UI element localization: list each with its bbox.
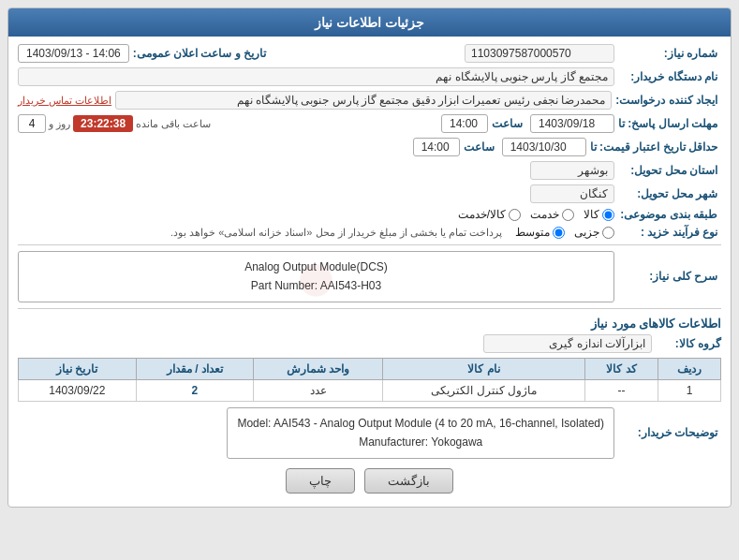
purchase-type-label: نوع فرآیند خزید : [618,226,721,239]
goods-group-label: گروه کالا: [656,337,721,350]
delivery-city-label: شهر محل تحویل: [618,187,721,200]
row-buyer: نام دستگاه خریدار: مجتمع گاز پارس جنوبی … [18,67,721,86]
card-body: شماره نیاز: 1103097587000570 تاریخ و ساع… [8,37,731,507]
back-button[interactable]: بازگشت [364,468,453,494]
category-goods-label: کالا [584,208,599,221]
cell-quantity: 2 [136,379,253,401]
row-category: طبقه بندی موضوعی: کالا خدمت کالا/خدمت [18,208,721,221]
row-province: استان محل تحویل: بوشهر [18,161,721,180]
cell-row: 1 [658,379,720,401]
category-label: طبقه بندی موضوعی: [618,208,721,221]
delivery-province-label: استان محل تحویل: [618,164,721,177]
remaining-time: 23:22:38 [73,115,133,132]
col-quantity: تعداد / مقدار [136,358,253,379]
delivery-city-value: کنگان [530,184,614,203]
main-card: جزئیات اطلاعات نیاز شماره نیاز: 11030975… [7,7,732,508]
table-header-row: ردیف کد کالا نام کالا واحد شمارش تعداد /… [19,358,721,379]
need-description-box: ● Analog Output Module(DCS)Part Number: … [18,251,614,302]
deadline-time-label: ساعت [492,117,526,130]
category-radio-group: کالا خدمت کالا/خدمت [458,208,614,221]
delivery-province-value: بوشهر [530,161,614,180]
category-goods-service-label: کالا/خدمت [458,208,506,221]
purchase-type-radio-partial[interactable] [602,227,614,239]
row-validity: حداقل تاریخ اعتبار قیمت: تا 1403/10/30 س… [18,138,721,156]
page-header: جزئیات اطلاعات نیاز [8,8,731,37]
page-title: جزئیات اطلاعات نیاز [315,15,424,30]
purchase-type-radio-group: جزیی متوسط [515,226,614,239]
goods-group-value: ابزارآلات اندازه گیری [483,334,652,353]
validity-label: حداقل تاریخ اعتبار قیمت: تا [590,140,721,154]
validity-time-label: ساعت [464,140,498,154]
datetime-value: 1403/09/13 - 14:06 [18,44,129,63]
row-need-number: شماره نیاز: 1103097587000570 تاریخ و ساع… [18,44,721,63]
need-number-value: 1103097587000570 [465,44,614,63]
goods-info-title: اطلاعات کالاهای مورد نیاز [18,317,721,331]
purchase-type-partial[interactable]: جزیی [574,226,614,239]
deadline-label: مهلت ارسال پاسخ: تا [618,117,721,130]
validity-date: 1403/10/30 [502,138,586,156]
purchase-type-partial-label: جزیی [574,226,599,239]
button-row: بازگشت چاپ [18,468,721,494]
category-radio-goods[interactable] [602,209,614,221]
row-need-desc: سرح کلی نیاز: ● Analog Output Module(DCS… [18,251,721,302]
divider-1 [18,244,721,245]
row-deadline: مهلت ارسال پاسخ: تا 1403/09/18 ساعت 14:0… [18,114,721,133]
category-option-goods[interactable]: کالا [584,208,614,221]
category-radio-service[interactable] [562,209,574,221]
buyer-desc-value: Model: AAI543 - Analog Output Module (4 … [237,417,604,449]
remaining-days-label: روز و [49,118,70,130]
deadline-date: 1403/09/18 [530,114,614,133]
countdown-section: ساعت باقی مانده 23:22:38 روز و 4 [18,114,211,133]
need-number-label: شماره نیاز: [618,47,721,60]
col-unit: واحد شمارش [254,358,383,379]
buyer-value: مجتمع گاز پارس جنوبی پالایشگاه نهم [18,67,614,86]
category-option-goods-service[interactable]: کالا/خدمت [458,208,521,221]
buyer-desc-box: Model: AAI543 - Analog Output Module (4 … [227,407,614,459]
need-description-value: Analog Output Module(DCS)Part Number: AA… [244,260,388,292]
buyer-desc-label: توضیحات خریدار: [618,426,721,439]
divider-2 [18,308,721,309]
cell-name: ماژول کنترل الکتریکی [383,379,585,401]
remaining-hours-label: ساعت باقی مانده [136,118,211,130]
buyer-label: نام دستگاه خریدار: [618,70,721,83]
contact-link[interactable]: اطلاعات تماس خریدار [18,95,111,107]
creator-value: محمدرضا نجفی رئیس تعمیرات ابزار دقیق مجت… [115,91,612,110]
datetime-label: تاریخ و ساعت اعلان عمومی: [133,47,270,60]
print-button[interactable]: چاپ [286,468,355,494]
row-buyer-desc: توضیحات خریدار: Model: AAI543 - Analog O… [18,407,721,459]
row-creator: ایجاد کننده درخواست: محمدرضا نجفی رئیس ت… [18,91,721,110]
purchase-type-medium[interactable]: متوسط [515,226,565,239]
items-table: ردیف کد کالا نام کالا واحد شمارش تعداد /… [18,358,721,402]
cell-date: 1403/09/22 [19,379,137,401]
category-radio-goods-service[interactable] [509,209,521,221]
category-service-label: خدمت [530,208,559,221]
col-row: ردیف [658,358,720,379]
creator-label: ایجاد کننده درخواست: [615,94,721,107]
col-date: تاریخ نیاز [19,358,137,379]
need-description-label: سرح کلی نیاز: [618,270,721,283]
purchase-type-medium-label: متوسط [515,226,550,239]
purchase-type-note: پرداخت تمام یا بخشی از مبلغ خریدار از مح… [18,227,502,239]
table-row: 1--ماژول کنترل الکتریکیعدد21403/09/22 [19,379,721,401]
validity-time: 14:00 [413,138,460,156]
remaining-days: 4 [18,114,46,133]
row-goods-group: گروه کالا: ابزارآلات اندازه گیری [18,334,721,353]
purchase-type-radio-medium[interactable] [553,227,565,239]
row-purchase-type: نوع فرآیند خزید : جزیی متوسط پرداخت تمام… [18,226,721,239]
row-city: شهر محل تحویل: کنگان [18,184,721,203]
col-code: کد کالا [585,358,658,379]
category-option-service[interactable]: خدمت [530,208,574,221]
cell-code: -- [585,379,658,401]
page-wrapper: جزئیات اطلاعات نیاز شماره نیاز: 11030975… [0,0,739,560]
cell-unit: عدد [254,379,383,401]
deadline-time: 14:00 [441,114,488,133]
col-name: نام کالا [383,358,585,379]
